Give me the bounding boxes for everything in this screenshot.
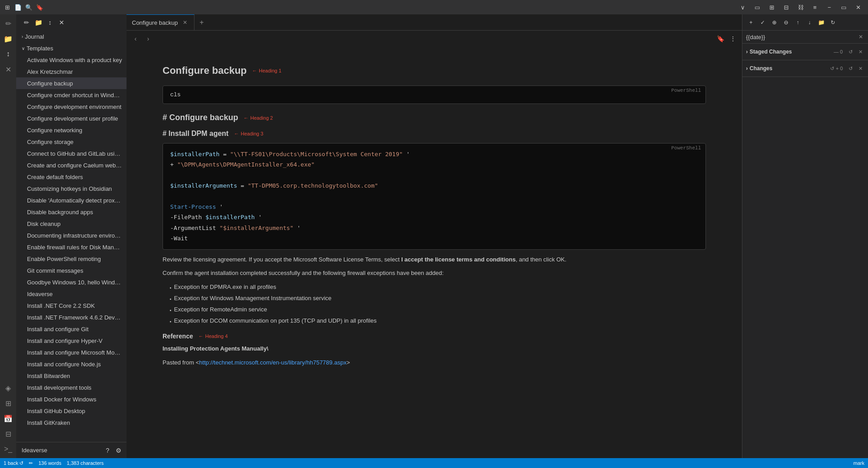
nav-forward-button[interactable]: › <box>143 33 154 44</box>
sidebar-item-create-caelum[interactable]: Create and configure Caelum website <box>16 159 127 171</box>
hamburger-icon[interactable]: ≡ <box>809 1 821 14</box>
editor-content[interactable]: Configure backup Heading 1 PowerShell cl… <box>127 47 742 458</box>
sidebar-item-label: Configure backup <box>27 80 73 87</box>
sidebar-item-install-gitkraken[interactable]: Install GitKraken <box>16 417 127 428</box>
upload-rp-icon[interactable]: ↑ <box>793 18 803 27</box>
new-note-icon[interactable]: ✏ <box>1 16 15 31</box>
minimize-icon[interactable]: − <box>823 1 836 14</box>
template-input-field[interactable] <box>746 34 857 40</box>
app-body: ✏ 📁 ↕ ✕ ◈ ⊞ 📅 ⊟ >_ ✏ 📁 ↕ ✕ › Journal <box>0 14 868 458</box>
template-input-close-icon[interactable]: ✕ <box>857 33 864 40</box>
unstage-action-icon[interactable]: ✕ <box>856 48 864 56</box>
open-folder-icon[interactable]: 📁 <box>1 32 15 46</box>
sidebar-item-configure-cmder[interactable]: Configure cmder shortcut in Windows ... <box>16 89 127 101</box>
right-panel-toolbar: + ✓ ⊕ ⊖ ↑ ↓ 📁 ↻ <box>746 18 838 27</box>
sidebar-item-enable-firewall[interactable]: Enable firewall rules for Disk Managem..… <box>16 241 127 253</box>
sidebar-item-journal[interactable]: › Journal <box>16 31 127 42</box>
add-rp-icon[interactable]: + <box>746 18 756 27</box>
list-item-text: Exception for DCOM communication on port… <box>174 316 377 326</box>
stack-icon[interactable]: ⊟ <box>1 427 15 441</box>
sidebar-item-install-nodejs[interactable]: Install and configure Node.js <box>16 358 127 370</box>
changes-header[interactable]: › Changes ↺ + 0 ↺ ✕ <box>742 62 868 75</box>
new-note-btn[interactable]: ✏ <box>22 18 32 27</box>
sidebar-item-configure-dev[interactable]: Configure development environment <box>16 101 127 112</box>
sidebar-item-goodbye-win10[interactable]: Goodbye Windows 10, hello Windows ... <box>16 276 127 288</box>
sidebar-item-alex[interactable]: Alex Kretzschmar <box>16 66 127 77</box>
sidebar-item-configure-storage[interactable]: Configure storage <box>16 136 127 148</box>
changes-close-icon[interactable]: ✕ <box>856 64 864 72</box>
help-icon[interactable]: ? <box>103 446 112 455</box>
zoom-out-rp-icon[interactable]: ⊖ <box>781 18 791 27</box>
grid-icon[interactable]: ⊞ <box>4 4 11 11</box>
sidebar-item-templates[interactable]: ∨ Templates <box>16 42 127 54</box>
sidebar-item-customizing-hotkeys[interactable]: Customizing hotkeys in Obsidian <box>16 183 127 194</box>
staged-changes-header[interactable]: › Staged Changes — 0 ↺ ✕ <box>742 45 868 58</box>
sidebar-item-install-hyperv[interactable]: Install and configure Hyper-V <box>16 335 127 346</box>
sidebar-item-install-git[interactable]: Install and configure Git <box>16 323 127 335</box>
sort-btn[interactable]: ↕ <box>45 18 55 27</box>
sidebar-item-activate-windows[interactable]: Activate Windows with a product key <box>16 54 127 66</box>
list-item-text: Exception for Windows Management Instrum… <box>174 294 332 303</box>
delete-icon[interactable]: ✕ <box>1 62 15 76</box>
changes-action-icon[interactable]: ↺ <box>846 64 854 72</box>
bookmarks-icon[interactable]: 🔖 <box>36 4 43 11</box>
new-folder-btn[interactable]: 📁 <box>33 18 43 27</box>
move-icon[interactable]: ↕ <box>1 47 15 61</box>
refresh-rp-icon[interactable]: ↻ <box>828 18 838 27</box>
restore-icon[interactable]: ▭ <box>837 1 850 14</box>
extension-icon[interactable]: ⊞ <box>765 1 778 14</box>
sidebar-item-connect-github[interactable]: Connect to GitHub and GitLab using S... <box>16 148 127 159</box>
sidebar-item-configure-dev-user[interactable]: Configure development user profile <box>16 112 127 124</box>
stage-action-icon[interactable]: ↺ <box>846 48 854 56</box>
changes-arrow: › <box>746 65 748 72</box>
sidebar-item-install-netfx[interactable]: Install .NET Framework 4.6.2 Developer..… <box>16 311 127 323</box>
tab-add-button[interactable]: + <box>194 14 209 30</box>
sidebar-item-ideaverse[interactable]: Ideaverse <box>16 288 127 300</box>
close-icon[interactable]: ✕ <box>852 1 864 14</box>
sidebar-item-git-commit[interactable]: Git commit messages <box>16 265 127 276</box>
search-icon[interactable]: 🔍 <box>25 4 32 11</box>
extension2-icon[interactable]: ⊟ <box>780 1 792 14</box>
ref-link-end: > <box>347 359 350 366</box>
sidebar-item-install-github-desktop[interactable]: Install GitHub Desktop <box>16 405 127 417</box>
sidebar-item-install-money[interactable]: Install and configure Microsoft Money <box>16 346 127 358</box>
nav-back-button[interactable]: ‹ <box>130 33 141 44</box>
sidebar-item-enable-ps-remoting[interactable]: Enable PowerShell remoting <box>16 253 127 265</box>
check-rp-icon[interactable]: ✓ <box>758 18 768 27</box>
tab-close-icon[interactable]: ✕ <box>181 19 189 26</box>
graph-icon[interactable]: ◈ <box>1 381 15 395</box>
doc-title-text: Configure backup <box>163 65 247 76</box>
vault-name: Ideaverse <box>22 447 47 454</box>
link-icon[interactable]: ⛓ <box>794 1 807 14</box>
collapse-btn[interactable]: ✕ <box>57 18 67 27</box>
more-options-icon[interactable]: ⋮ <box>728 33 738 44</box>
sidebar-item-install-bitwarden[interactable]: Install Bitwarden <box>16 370 127 382</box>
doc-paragraph-2: Confirm the agent installation completed… <box>163 269 706 278</box>
calendar-icon[interactable]: 📅 <box>1 411 15 426</box>
bookmark-icon[interactable]: 🔖 <box>715 33 726 44</box>
tab-configure-backup[interactable]: Configure backup ✕ <box>127 14 194 30</box>
sidebar-item-label: Install .NET Framework 4.6.2 Developer..… <box>27 314 123 321</box>
panel-icon[interactable]: ▭ <box>751 1 764 14</box>
ref-link[interactable]: http://technet.microsoft.com/en-us/libra… <box>199 359 346 366</box>
chevron-down-icon[interactable]: ∨ <box>737 1 749 14</box>
sidebar-item-install-netcore[interactable]: Install .NET Core 2.2 SDK <box>16 300 127 311</box>
zoom-in-rp-icon[interactable]: ⊕ <box>769 18 779 27</box>
sidebar-item-disable-proxy[interactable]: Disable 'Automatically detect proxy set.… <box>16 194 127 206</box>
template-icon[interactable]: ⊞ <box>1 396 15 410</box>
sidebar-item-disable-bg-apps[interactable]: Disable background apps <box>16 206 127 218</box>
sidebar-item-configure-networking[interactable]: Configure networking <box>16 124 127 136</box>
sidebar-item-documenting-infra[interactable]: Documenting infrastructure environme... <box>16 230 127 241</box>
settings-icon[interactable]: ⚙ <box>114 446 123 455</box>
files-icon[interactable]: 📄 <box>14 4 22 11</box>
sidebar-item-create-folders[interactable]: Create default folders <box>16 171 127 183</box>
sidebar-item-disk-cleanup[interactable]: Disk cleanup <box>16 218 127 230</box>
paragraph-1-text: Review the licensing agreement. If you a… <box>163 256 401 263</box>
sidebar-item-install-dev-tools[interactable]: Install development tools <box>16 382 127 393</box>
sidebar-item-configure-backup[interactable]: Configure backup <box>16 77 127 89</box>
download-rp-icon[interactable]: ↓ <box>805 18 814 27</box>
folder-rp-icon[interactable]: 📁 <box>816 18 826 27</box>
terminal-icon[interactable]: >_ <box>1 442 15 456</box>
sidebar-item-install-docker[interactable]: Install Docker for Windows <box>16 393 127 405</box>
staged-changes-section: › Staged Changes — 0 ↺ ✕ <box>742 44 868 60</box>
